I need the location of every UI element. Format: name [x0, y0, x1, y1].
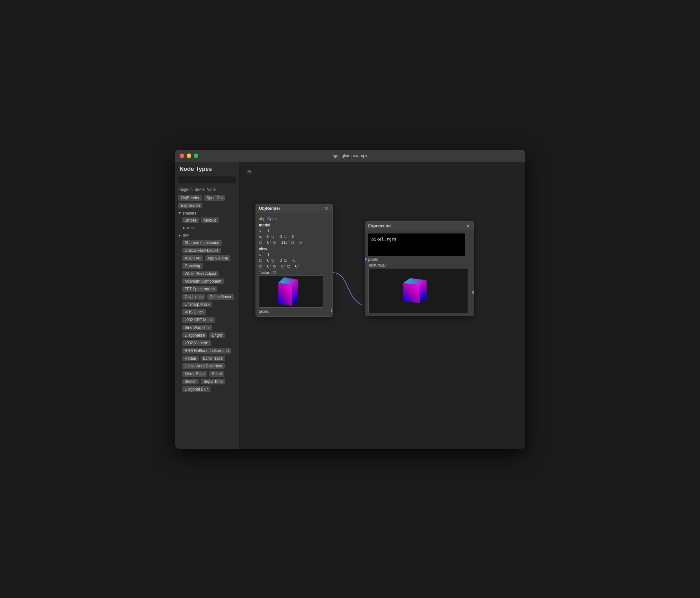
view-tx-value[interactable]: 0 [268, 258, 270, 263]
ry-value[interactable]: 118° [281, 240, 289, 245]
model-r-row: rx 0° ry 118° rz 0° [259, 240, 329, 245]
obj-value[interactable]: Open [268, 216, 277, 221]
pixels-port-area: pixels [368, 257, 471, 262]
expression-code[interactable]: pixel.rgra [368, 233, 465, 256]
node-vhs-glitch[interactable]: VHS Glitch [182, 309, 206, 315]
expression-output-port[interactable] [472, 291, 474, 294]
app-window: egui_glium example Node Types Image In S… [175, 150, 525, 449]
model-section: model [259, 222, 329, 228]
node-unsharp-mask[interactable]: Unsharp Mask [182, 302, 212, 307]
view-ty-label: ty [271, 258, 278, 263]
maximize-button[interactable] [194, 154, 198, 158]
section-tests[interactable]: ► tests [182, 224, 236, 232]
panel-objrender-close[interactable]: ✕ [324, 206, 329, 211]
traffic-lights [180, 154, 198, 158]
node-bright[interactable]: Bright [209, 332, 224, 338]
top-nodes: ObjRender SpoutOut Expression [178, 194, 236, 209]
node-ascii-art[interactable]: ASCII Art [182, 255, 203, 261]
view-s-row: s 1 [259, 252, 329, 258]
model-s-row: s 1 [259, 228, 329, 234]
panel-expression-body: pixel.rgra pixels Texture2D [365, 231, 474, 316]
minimize-button[interactable] [187, 154, 191, 158]
node-sine-warp-tile[interactable]: Sine Warp Tile [182, 325, 212, 331]
model-s-label: s [259, 229, 266, 233]
isf-label: ISF [182, 233, 189, 238]
obj-row: obj Open [259, 216, 329, 222]
node-rgb-halftone[interactable]: RGB Halftone-lookaround [182, 348, 231, 354]
ty-label: ty [271, 234, 278, 239]
node-diagonal-blur[interactable]: Diagonal Blur [182, 386, 210, 392]
view-rx-value[interactable]: 0° [268, 264, 271, 268]
ty-value[interactable]: 0 [280, 234, 282, 239]
view-section: view [259, 245, 329, 252]
node-v002-vignette[interactable]: v002 Vignette [182, 340, 211, 346]
node-modulo[interactable]: Modulo [201, 217, 219, 223]
sidebar-content: Image In Some None ObjRender SpoutOut Ex… [175, 186, 239, 449]
asterisk-icon: ✳ [247, 167, 252, 175]
close-button[interactable] [180, 154, 184, 158]
view-rz-value[interactable]: 0° [295, 264, 299, 268]
expression-texture-preview [368, 268, 468, 313]
view-s-label: s [259, 253, 266, 257]
shaders-items: Stripes Modulo ► tests [178, 217, 236, 232]
node-stripes[interactable]: Stripes [182, 217, 199, 223]
pixels-label: pixels [368, 256, 378, 262]
node-objrender[interactable]: ObjRender [178, 195, 202, 201]
filter-none[interactable]: None [207, 187, 216, 192]
node-white-point-adjust[interactable]: White Point Adjust [182, 271, 219, 277]
panel-expression-header: Expression ✕ [365, 222, 474, 231]
view-tz-value[interactable]: -5 [292, 258, 296, 263]
rx-value[interactable]: 0° [268, 240, 271, 245]
panel-expression-close[interactable]: ✕ [466, 224, 471, 229]
node-fft-spectrogram[interactable]: FFT Spectrogram [182, 286, 218, 292]
node-sketch[interactable]: Sketch [182, 379, 199, 384]
view-ry-label: ry [273, 264, 279, 268]
tests-label: tests [187, 226, 195, 230]
view-ty-value[interactable]: 0 [280, 258, 282, 263]
rz-value[interactable]: 0° [300, 240, 303, 245]
node-spoutout[interactable]: SpoutOut [204, 195, 226, 201]
filter-image-in[interactable]: Image In [178, 187, 193, 192]
output-port-area: pixels [259, 309, 329, 314]
shaders-nodes: Stripes Modulo [182, 217, 236, 224]
pixels-input-port[interactable] [365, 258, 367, 261]
sidebar-title: Node Types [175, 162, 239, 175]
output-port[interactable] [331, 309, 333, 312]
node-sepia-tone[interactable]: Sepia Tone [201, 379, 225, 384]
node-expression[interactable]: Expression [178, 203, 202, 208]
window-title: egui_glium example [331, 153, 369, 158]
tests-arrow: ► [183, 226, 186, 230]
view-s-value[interactable]: 1 [268, 253, 270, 257]
node-sharpen-luminance[interactable]: Sharpen Luminance [182, 240, 222, 246]
model-s-value[interactable]: 1 [268, 229, 270, 233]
tx-value[interactable]: 0 [268, 234, 270, 239]
node-v002-crt-mask[interactable]: v002-CRT-Mask [182, 317, 215, 323]
node-echo-trace[interactable]: Echo Trace [201, 356, 225, 361]
node-ghosting[interactable]: Ghosting [182, 263, 203, 269]
node-optical-flow-distort[interactable]: Optical Flow Distort [182, 248, 221, 253]
canvas-area[interactable]: ✳ ObjRender ✕ obj Open model [240, 162, 525, 449]
view-tx-label: tx [259, 258, 266, 263]
node-spiral[interactable]: Spiral [209, 371, 224, 377]
main-area: Node Types Image In Some None ObjRender … [175, 162, 525, 449]
node-apply-alpha[interactable]: Apply Alpha [205, 255, 230, 261]
objrender-texture-preview [259, 276, 323, 308]
section-shaders[interactable]: ▼ shaders [178, 209, 236, 217]
filter-some[interactable]: Some [195, 187, 204, 192]
view-ry-value[interactable]: 0° [281, 264, 285, 268]
isf-items: Sharpen Luminance Optical Flow Distort A… [178, 239, 236, 393]
rz-label: rz [291, 240, 298, 245]
node-mirror-edge[interactable]: Mirror Edge [182, 371, 208, 377]
tz-value[interactable]: 0 [292, 234, 294, 239]
node-city-lights[interactable]: City Lights [182, 294, 205, 300]
node-dither-bayer[interactable]: Dither-Bayer [207, 294, 234, 300]
node-circle-wrap-distortion[interactable]: Circle Wrap Distortion [182, 363, 225, 369]
panel-expression-title: Expression [368, 224, 391, 228]
section-isf[interactable]: ▼ ISF [178, 232, 236, 239]
node-minimum-component[interactable]: Minimum Component [182, 279, 224, 284]
shaders-label: shaders [182, 211, 196, 215]
node-rotate[interactable]: Rotate [182, 356, 199, 361]
panel-objrender: ObjRender ✕ obj Open model s 1 tx 0 [255, 204, 333, 317]
panel-objrender-title: ObjRender [259, 206, 280, 211]
node-diagonalize[interactable]: Diagonalize [182, 332, 208, 338]
